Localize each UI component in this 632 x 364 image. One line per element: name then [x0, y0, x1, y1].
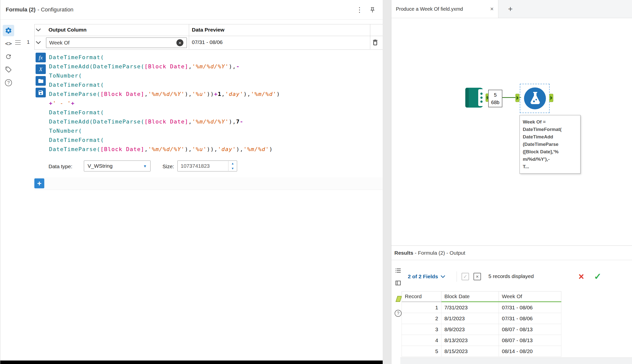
data-type-label: Data type: — [49, 164, 72, 170]
variables-button[interactable]: X — [36, 64, 46, 74]
close-icon[interactable]: × — [490, 6, 494, 12]
add-expression-row: + — [34, 177, 383, 190]
record-cell: 4 — [402, 335, 442, 346]
workflow-tab[interactable]: Produce a Week Of field.yxmd × — [391, 0, 498, 18]
code-line: DateTimeFormat( — [49, 136, 377, 144]
panel-splitter[interactable] — [383, 0, 391, 364]
tooltip-line: DateTimeAdd — [523, 133, 577, 141]
chevron-down-icon: ▼ — [143, 164, 147, 168]
code-icon[interactable]: <> — [3, 38, 14, 49]
connection-record-count: 5 68b — [488, 90, 502, 107]
config-title-tool: Formula (2) — [6, 6, 36, 13]
alteryx-designer-window: Formula (2) - Configuration ⋮ <> ? — [0, 0, 632, 364]
size-stepper[interactable]: ▲ ▼ — [228, 161, 237, 171]
clear-input-icon[interactable]: × — [176, 39, 183, 46]
apply-button[interactable]: ✓ — [592, 271, 603, 282]
pin-icon[interactable] — [368, 6, 377, 14]
results-header: Results - Formula (2) - Output — [391, 246, 632, 260]
value-cell: 07/31 - 08/06 — [499, 313, 561, 324]
more-options-button[interactable]: ⋮ — [355, 4, 364, 15]
new-tab-button[interactable]: + — [503, 0, 518, 18]
divider — [457, 271, 457, 282]
tooltip-line: m/%d/%Y'),- — [523, 156, 577, 163]
table-row[interactable]: 38/9/202308/07 - 08/13 — [402, 324, 561, 335]
value-cell: 08/14 - 08/20 — [499, 346, 561, 357]
data-type-dropdown[interactable]: V_WString ▼ — [84, 160, 150, 172]
results-title: Results — [394, 250, 413, 256]
connection-records: 5 — [494, 91, 497, 99]
horizontal-scrollbar[interactable] — [400, 358, 632, 364]
tooltip-line: Week Of = — [523, 118, 577, 126]
drag-handle-icon[interactable] — [15, 40, 21, 45]
code-line: ToNumber( — [49, 126, 377, 136]
row-number: 1 — [23, 39, 30, 45]
configuration-panel: Formula (2) - Configuration ⋮ <> ? — [0, 0, 383, 364]
window-edge — [0, 360, 383, 364]
select-checkbox-icon[interactable]: ✓ — [462, 273, 469, 280]
results-title-suffix: - Formula (2) - Output — [415, 250, 465, 256]
table-row[interactable]: 58/15/202308/14 - 08/20 — [402, 346, 561, 357]
column-header[interactable]: Week Of — [499, 292, 561, 302]
tooltip-line: ([Block Date],'% — [523, 148, 577, 156]
code-line: DateTimeAdd(DateTimeParse([Block Date],'… — [49, 62, 377, 71]
spin-up-icon[interactable]: ▲ — [229, 161, 237, 166]
chevron-down-icon[interactable] — [36, 28, 41, 32]
list-view-icon[interactable] — [393, 265, 403, 276]
tooltip-line: T... — [523, 163, 577, 170]
chevron-down-icon — [441, 275, 445, 278]
data-preview-value: 07/31 - 08/06 — [192, 39, 223, 45]
table-row[interactable]: 28/1/202307/31 - 08/06 — [402, 313, 561, 324]
workflow-canvas[interactable]: 5 68b Week Of =DateTimeFormat(DateTimeAd… — [391, 18, 632, 246]
refresh-icon[interactable] — [3, 51, 14, 62]
metadata-view-icon[interactable] — [393, 278, 403, 288]
right-panel: Produce a Week Of field.yxmd × + — [391, 0, 632, 364]
table-header-row: RecordBlock DateWeek Of — [402, 292, 561, 302]
value-cell: 8/13/2023 — [442, 335, 499, 346]
functions-button[interactable]: fx — [36, 53, 46, 62]
formula-editor[interactable]: DateTimeFormat(DateTimeAdd(DateTimeParse… — [49, 53, 377, 154]
fields-dropdown-label: 2 of 2 Fields — [408, 274, 438, 280]
data-type-value: V_WString — [88, 163, 112, 169]
help-icon[interactable]: ? — [3, 77, 14, 88]
deselect-box-icon[interactable]: × — [474, 273, 481, 280]
results-table: RecordBlock DateWeek Of 17/31/202307/31 … — [401, 291, 561, 357]
table-row[interactable]: 17/31/202307/31 - 08/06 — [402, 302, 561, 313]
formula-tool[interactable] — [524, 87, 546, 110]
divider — [0, 20, 383, 20]
value-cell: 08/07 - 08/13 — [499, 324, 561, 335]
cancel-button[interactable]: × — [575, 271, 587, 282]
value-cell: 07/31 - 08/06 — [499, 302, 561, 313]
column-header[interactable]: Record — [402, 292, 442, 302]
config-title-suffix: - Configuration — [38, 6, 73, 13]
size-label: Size: — [162, 164, 174, 170]
tooltip-line: (DateTimeParse — [523, 141, 577, 148]
add-expression-button[interactable]: + — [34, 178, 44, 188]
input-data-tool[interactable] — [464, 87, 487, 108]
divider — [189, 24, 189, 49]
fields-dropdown[interactable]: 2 of 2 Fields — [408, 271, 445, 282]
tool-annotation-tooltip: Week Of =DateTimeFormat(DateTimeAdd(Date… — [520, 115, 580, 174]
value-cell: 8/1/2023 — [442, 313, 499, 324]
records-displayed-text: 5 records displayed — [488, 273, 534, 279]
code-line: DateTimeParse([Block Date],'%m/%d/%Y'),'… — [49, 144, 377, 154]
divider — [370, 24, 370, 49]
gear-icon[interactable] — [3, 25, 14, 36]
save-expression-button[interactable] — [36, 88, 46, 98]
config-panel-title: Formula (2) - Configuration — [6, 0, 73, 20]
tab-bar: Produce a Week Of field.yxmd × + — [391, 0, 632, 18]
value-cell: 7/31/2023 — [442, 302, 499, 313]
output-column-input[interactable] — [46, 38, 187, 48]
code-line: DateTimeFormat( — [49, 53, 377, 62]
output-column-header: Output Column — [49, 27, 87, 33]
delete-row-icon[interactable] — [371, 39, 379, 47]
code-line: DateTimeFormat( — [49, 108, 377, 117]
spin-down-icon[interactable]: ▼ — [229, 166, 237, 171]
saved-expressions-button[interactable] — [36, 76, 46, 86]
value-cell: 8/9/2023 — [442, 324, 499, 335]
code-line: DateTimeAdd(DateTimeParse([Block Date],'… — [49, 117, 377, 126]
chevron-down-icon[interactable] — [36, 41, 41, 44]
tag-icon[interactable] — [3, 64, 14, 75]
record-cell: 3 — [402, 324, 442, 335]
column-header[interactable]: Block Date — [442, 292, 499, 302]
table-row[interactable]: 48/13/202308/07 - 08/13 — [402, 335, 561, 346]
